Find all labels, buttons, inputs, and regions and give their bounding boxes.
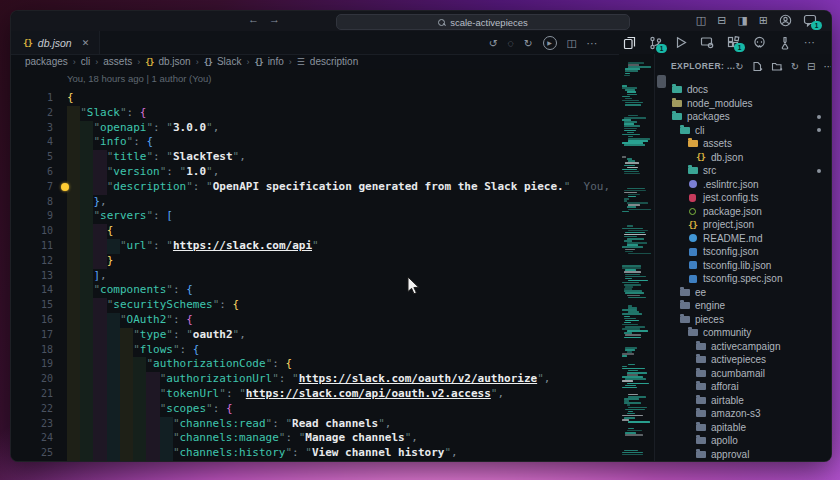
code-line-13[interactable]: 13], (11, 269, 654, 284)
split-editor-icon[interactable]: ◫ (567, 37, 577, 49)
refresh-explorer-icon[interactable]: ↻ (791, 61, 799, 72)
breadcrumb-item[interactable]: info (268, 56, 284, 67)
tree-item-apitable[interactable]: apitable (655, 421, 831, 435)
tree-item-afforai[interactable]: afforai (655, 380, 831, 394)
explorer-view-icon[interactable] (623, 36, 636, 50)
tree-item-project.json[interactable]: {}project.json (655, 218, 831, 232)
code-line-10[interactable]: 10{ (11, 224, 654, 239)
chat-badge: 1 (811, 21, 822, 30)
tree-item-community[interactable]: community (655, 326, 831, 340)
views-more-icon[interactable]: ⋯ (823, 61, 831, 72)
nav-back-circle-icon[interactable]: ↺ (489, 37, 498, 49)
code-line-11[interactable]: 11"url": "https://slack.com/api" (11, 239, 654, 254)
tree-item-docs[interactable]: docs (655, 83, 831, 97)
tab-close-icon[interactable]: ✕ (82, 38, 90, 48)
minimap-mark (627, 188, 645, 190)
command-center-search[interactable]: scale-activepieces (336, 14, 630, 30)
account-icon[interactable] (779, 14, 792, 27)
toggle-secondary-sidebar-icon[interactable]: ◨ (737, 13, 747, 28)
open-editors-icon[interactable]: ↻ (735, 61, 743, 72)
tree-item-.eslintrc.json[interactable]: .eslintrc.json (655, 178, 831, 192)
tab-db-json[interactable]: {} db.json ✕ (11, 31, 100, 54)
tree-item-node_modules[interactable]: node_modules (655, 97, 831, 111)
code-action-lightbulb-icon[interactable] (61, 183, 69, 191)
copilot-icon[interactable] (753, 36, 766, 49)
breadcrumb-item[interactable]: assets (103, 56, 132, 67)
tree-item-db.json[interactable]: {}db.json (655, 151, 831, 165)
tree-item-packages[interactable]: packages (655, 110, 831, 124)
code-line-4[interactable]: 4"info": { (11, 135, 654, 150)
history-back-icon[interactable]: ← (248, 13, 259, 25)
tree-item-airtable[interactable]: airtable (655, 394, 831, 408)
tree-item-tsconfig.lib.json[interactable]: tsconfig.lib.json (655, 259, 831, 273)
testing-icon[interactable] (779, 36, 791, 50)
toggle-primary-sidebar-icon[interactable]: ◫ (696, 13, 706, 28)
tree-item-approval[interactable]: approval (655, 448, 831, 462)
tab-label: db.json (38, 37, 72, 49)
line-number: 17 (11, 328, 59, 343)
code-token: , (497, 387, 504, 402)
tree-item-activepieces[interactable]: activepieces (655, 353, 831, 367)
code-line-5[interactable]: 5"title": "SlackTest", (11, 150, 654, 165)
code-line-24[interactable]: 24"channels:manage": "Manage channels", (11, 431, 654, 446)
tree-item-tsconfig.json[interactable]: tsconfig.json (655, 245, 831, 259)
code-line-9[interactable]: 9"servers": [ (11, 209, 654, 224)
code-line-23[interactable]: 23"channels:read": "Read channels", (11, 417, 654, 432)
remote-preview-icon[interactable] (700, 36, 714, 49)
tree-item-acumbamail[interactable]: acumbamail (655, 367, 831, 381)
code-line-7[interactable]: 7"description": "OpenAPI specification g… (11, 180, 654, 195)
tree-item-apollo[interactable]: apollo (655, 434, 831, 448)
tree-item-activecampaign[interactable]: activecampaign (655, 340, 831, 354)
tree-item-pieces[interactable]: pieces (655, 313, 831, 327)
history-forward-icon[interactable]: → (269, 13, 280, 25)
code-line-16[interactable]: 16"OAuth2": { (11, 313, 654, 328)
tree-item-assets[interactable]: assets (655, 137, 831, 151)
breadcrumb-item[interactable]: packages (25, 56, 68, 67)
new-file-icon[interactable] (752, 61, 763, 72)
run-debug-icon[interactable] (675, 36, 687, 49)
tree-item-tsconfig.spec.json[interactable]: tsconfig.spec.json (655, 272, 831, 286)
codelens-blame[interactable]: You, 18 hours ago | 1 author (You) (11, 69, 654, 91)
tree-item-jest.config.ts[interactable]: jest.config.ts (655, 191, 831, 205)
tree-item-engine[interactable]: engine (655, 299, 831, 313)
code-line-15[interactable]: 15"securitySchemes": { (11, 298, 654, 313)
tree-item-ee[interactable]: ee (655, 286, 831, 300)
code-line-6[interactable]: 6"version": "1.0", (11, 165, 654, 180)
source-control-icon[interactable]: 1 (649, 36, 662, 50)
code-line-17[interactable]: 17"type": "oauth2", (11, 328, 654, 343)
nav-forward-circle-icon[interactable]: ↻ (524, 37, 533, 49)
tree-item-src[interactable]: src (655, 164, 831, 178)
run-icon[interactable]: ▶ (543, 36, 557, 50)
tree-item-package.json[interactable]: package.json (655, 205, 831, 219)
chat-icon[interactable]: 1 (803, 14, 817, 27)
code-line-20[interactable]: 20"authorizationUrl": "https://slack.com… (11, 372, 654, 387)
editor-pane[interactable]: You, 18 hours ago | 1 author (You) 1{2"S… (11, 69, 654, 461)
code-line-2[interactable]: 2"Slack": { (11, 106, 654, 121)
code-line-25[interactable]: 25"channels:history": "View channel hist… (11, 446, 654, 461)
nav-indicator-icon[interactable]: ◌ (508, 37, 514, 49)
minimap[interactable] (619, 54, 654, 461)
editor-more-actions-icon[interactable]: ⋯ (587, 37, 598, 49)
code-line-18[interactable]: 18"flows": { (11, 343, 654, 358)
breadcrumb-item[interactable]: cli (81, 56, 90, 67)
new-folder-icon[interactable] (771, 61, 783, 72)
code-line-12[interactable]: 12} (11, 254, 654, 269)
code-line-1[interactable]: 1{ (11, 91, 654, 106)
tree-item-amazon-s3[interactable]: amazon-s3 (655, 407, 831, 421)
code-line-8[interactable]: 8}, (11, 195, 654, 210)
code-line-3[interactable]: 3"openapi": "3.0.0", (11, 121, 654, 136)
tree-item-cli[interactable]: cli (655, 124, 831, 138)
extensions-icon[interactable]: 1 (727, 36, 740, 49)
tree-item-README.md[interactable]: README.md (655, 232, 831, 246)
toggle-panel-icon[interactable]: ⊟ (717, 13, 726, 28)
breadcrumb-item[interactable]: Slack (217, 56, 241, 67)
activity-more-icon[interactable]: ⋯ (804, 36, 815, 49)
code-line-22[interactable]: 22"scopes": { (11, 402, 654, 417)
breadcrumb-item[interactable]: db.json (158, 56, 190, 67)
code-line-19[interactable]: 19"authorizationCode": { (11, 357, 654, 372)
code-line-14[interactable]: 14"components": { (11, 283, 654, 298)
collapse-folders-icon[interactable]: ⊟ (807, 61, 815, 72)
breadcrumb-item[interactable]: description (310, 56, 358, 67)
customize-layout-icon[interactable]: ⊞ (759, 13, 768, 28)
code-line-21[interactable]: 21"tokenUrl": "https://slack.com/api/oau… (11, 387, 654, 402)
